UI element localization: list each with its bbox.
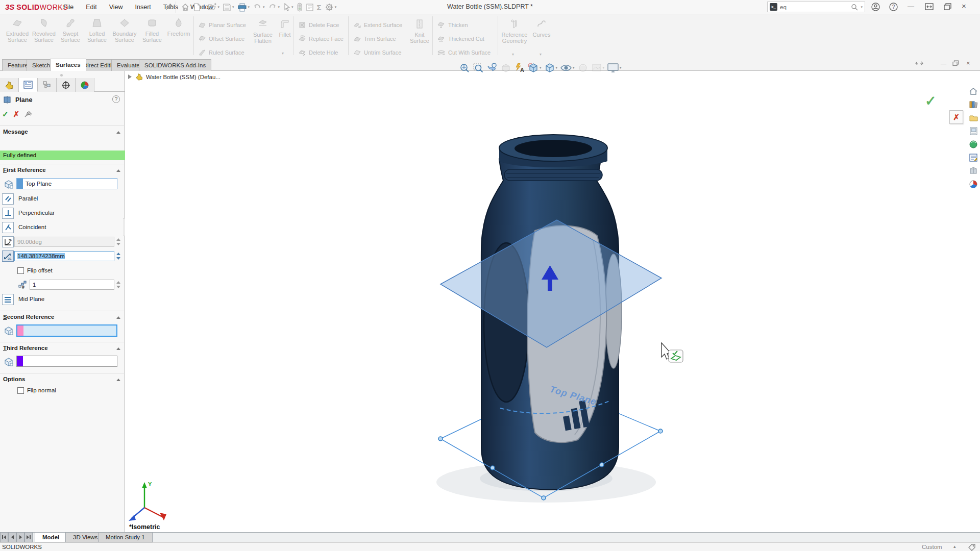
boundary-surface-button[interactable]: Boundary Surface [111, 17, 138, 43]
design-library-tab[interactable] [968, 99, 979, 110]
first-reference-group-header[interactable]: First Reference [3, 167, 118, 173]
swept-surface-button[interactable]: Swept Surface [57, 17, 84, 43]
redo-button[interactable]: ▾ [267, 1, 281, 13]
untrim-surface-button[interactable]: Untrim Surface [353, 47, 401, 58]
menu-edit[interactable]: Edit [80, 0, 103, 14]
new-dropdown-arrow[interactable]: ▾ [202, 5, 204, 9]
viewport-cancel-button[interactable]: ✗ [949, 110, 963, 124]
collapse-chevron-icon[interactable] [116, 347, 120, 350]
thicken-button[interactable]: Thicken [437, 19, 468, 30]
minimize-button[interactable]: — [908, 3, 914, 10]
planar-surface-button[interactable]: Planar Surface [198, 19, 246, 30]
replace-face-button[interactable]: Replace Face [298, 33, 344, 44]
dimxpertmanager-tab[interactable] [57, 78, 76, 92]
pin-menu-icon[interactable] [166, 3, 173, 12]
offset-surface-button[interactable]: Offset Surface [198, 33, 244, 44]
displaymanager-tab[interactable] [76, 78, 94, 92]
trim-surface-button[interactable]: Trim Surface [353, 33, 396, 44]
doc-minimize-icon[interactable]: — [941, 60, 946, 66]
resources-tab[interactable] [968, 86, 979, 97]
third-reference-selection[interactable] [16, 356, 117, 367]
parallel-icon[interactable] [2, 193, 14, 205]
propertymanager-tab[interactable] [19, 78, 38, 92]
breadcrumb[interactable]: Water Bottle (SSM) (Defau... [128, 73, 220, 81]
flip-offset-checkbox[interactable] [17, 267, 24, 274]
panel-splitter-handle[interactable] [60, 74, 63, 77]
second-reference-selection[interactable] [16, 324, 117, 337]
viewport-ok-button[interactable]: ✓ [925, 93, 937, 109]
ruled-surface-button[interactable]: Ruled Surface [198, 47, 244, 58]
reference-geometry-button[interactable]: Reference Geometry [499, 18, 530, 44]
open-dropdown-arrow[interactable]: ▾ [218, 5, 220, 9]
collapse-chevron-icon[interactable] [116, 379, 120, 381]
hide-show-items-button[interactable]: ▾ [559, 62, 575, 74]
knit-surface-button[interactable]: Knit Surface [408, 18, 431, 44]
help-icon[interactable]: ? [112, 95, 120, 103]
filled-surface-button[interactable]: Filled Surface [139, 17, 165, 43]
edit-appearance-button[interactable] [577, 62, 589, 74]
extruded-surface-button[interactable]: Extruded Surface [4, 17, 31, 43]
model-scene[interactable]: Top Plane Y [125, 71, 980, 532]
previous-view-button[interactable] [486, 62, 498, 74]
flip-offset-label[interactable]: Flip offset [27, 267, 53, 273]
cut-with-surface-button[interactable]: Cut With Surface [437, 47, 491, 58]
message-group-header[interactable]: Message [3, 129, 118, 135]
dynamic-annotation-button[interactable]: A [513, 62, 526, 74]
collapse-chevron-icon[interactable] [116, 316, 120, 319]
search-input[interactable]: eq [780, 4, 848, 10]
options-group-header[interactable]: Options [3, 376, 118, 382]
view-settings-dropdown-arrow[interactable]: ▾ [620, 66, 622, 70]
cancel-button[interactable]: ✗ [13, 110, 20, 119]
tile-windows-button[interactable] [925, 3, 934, 12]
section-view-button[interactable] [500, 62, 512, 74]
previous-tab-button[interactable] [8, 533, 16, 542]
fillet-dropdown-arrow[interactable]: ▾ [282, 51, 284, 56]
search-icon[interactable] [851, 4, 858, 11]
empty-selection-field[interactable] [23, 356, 117, 366]
menu-view[interactable]: View [103, 0, 129, 14]
flyout-tree-arrow-icon[interactable] [128, 74, 132, 80]
third-reference-group-header[interactable]: Third Reference [3, 345, 118, 351]
redo-dropdown-arrow[interactable]: ▾ [278, 5, 280, 9]
mid-plane-icon[interactable] [2, 294, 14, 305]
collapse-chevron-icon[interactable] [116, 169, 120, 172]
pack-and-go-tab[interactable] [968, 165, 979, 177]
new-document-button[interactable]: ▾ [192, 1, 205, 13]
apply-scene-dropdown-arrow[interactable]: ▾ [603, 66, 605, 70]
freeform-button[interactable]: Freeform [165, 17, 192, 37]
undo-dropdown-arrow[interactable]: ▾ [263, 5, 265, 9]
flip-normal-checkbox[interactable] [17, 387, 24, 394]
tab-model[interactable]: Model [35, 533, 67, 542]
select-dropdown-arrow[interactable]: ▾ [291, 5, 293, 9]
forum-tab[interactable] [968, 179, 979, 190]
feature-tree-root[interactable]: Water Bottle (SSM) (Defau... [146, 74, 220, 80]
view-orientation-button[interactable]: ▾ [527, 62, 542, 74]
tab-surfaces[interactable]: Surfaces [50, 59, 86, 71]
perpendicular-icon[interactable] [2, 208, 14, 219]
appearances-tab[interactable] [968, 139, 979, 150]
menu-insert[interactable]: Insert [129, 0, 157, 14]
display-style-dropdown-arrow[interactable]: ▾ [556, 66, 558, 70]
revolved-surface-button[interactable]: Revolved Surface [31, 17, 57, 43]
ok-button[interactable]: ✓ [2, 110, 9, 119]
equations-button[interactable]: Σ [316, 1, 323, 13]
coincident-icon[interactable] [2, 222, 14, 233]
distance-spinner[interactable] [115, 251, 121, 261]
distance-input[interactable]: 148.38174238mm [14, 251, 114, 261]
doc-close-icon[interactable]: × [966, 59, 970, 67]
open-button[interactable]: ▾ [206, 1, 221, 13]
delete-face-button[interactable]: Delete Face [298, 19, 339, 30]
coincident-option[interactable]: Coincident [18, 224, 46, 230]
lofted-surface-button[interactable]: Lofted Surface [84, 17, 110, 43]
search-dropdown-arrow[interactable]: ▾ [861, 5, 863, 9]
second-reference-group-header[interactable]: Second Reference [3, 314, 118, 320]
display-style-button[interactable]: ▾ [544, 62, 558, 74]
distance-icon[interactable]: D1 [2, 251, 14, 262]
close-button[interactable]: × [962, 2, 966, 10]
doc-restore-icon[interactable] [952, 60, 959, 67]
rebuild-button[interactable] [296, 1, 304, 13]
next-tab-button[interactable] [16, 533, 24, 542]
undo-button[interactable]: ▾ [252, 1, 266, 13]
restore-button[interactable] [944, 3, 951, 12]
instances-input[interactable]: 1 [30, 280, 114, 290]
